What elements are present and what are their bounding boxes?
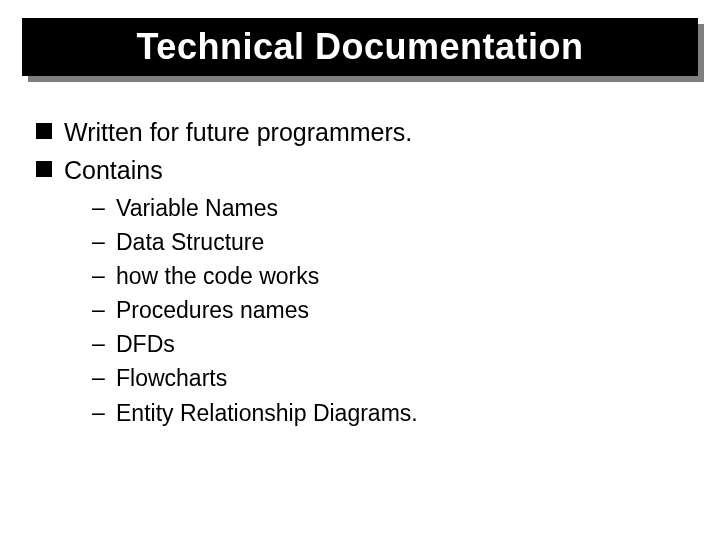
square-bullet-icon: [36, 123, 52, 139]
list-item: – how the code works: [92, 260, 684, 292]
sub-item-text: Variable Names: [116, 192, 278, 224]
dash-bullet-icon: –: [92, 260, 116, 291]
list-item: – Entity Relationship Diagrams.: [92, 397, 684, 429]
dash-bullet-icon: –: [92, 226, 116, 257]
sub-item-text: Entity Relationship Diagrams.: [116, 397, 418, 429]
list-item: – Procedures names: [92, 294, 684, 326]
sub-item-text: DFDs: [116, 328, 175, 360]
list-item: – Variable Names: [92, 192, 684, 224]
sub-item-text: Flowcharts: [116, 362, 227, 394]
bullet-text: Written for future programmers.: [64, 116, 412, 150]
sub-item-text: Data Structure: [116, 226, 264, 258]
list-item: Written for future programmers.: [36, 116, 684, 150]
square-bullet-icon: [36, 161, 52, 177]
list-item: – Data Structure: [92, 226, 684, 258]
dash-bullet-icon: –: [92, 397, 116, 428]
dash-bullet-icon: –: [92, 328, 116, 359]
title-container: Technical Documentation: [22, 18, 698, 76]
sub-item-text: Procedures names: [116, 294, 309, 326]
bullet-text: Contains: [64, 154, 163, 188]
dash-bullet-icon: –: [92, 294, 116, 325]
list-item: Contains: [36, 154, 684, 188]
dash-bullet-icon: –: [92, 362, 116, 393]
title-bar: Technical Documentation: [22, 18, 698, 76]
list-item: – DFDs: [92, 328, 684, 360]
list-item: – Flowcharts: [92, 362, 684, 394]
content-area: Written for future programmers. Contains…: [36, 116, 684, 431]
page-title: Technical Documentation: [137, 26, 584, 68]
dash-bullet-icon: –: [92, 192, 116, 223]
sub-item-text: how the code works: [116, 260, 319, 292]
sub-list: – Variable Names – Data Structure – how …: [92, 192, 684, 429]
